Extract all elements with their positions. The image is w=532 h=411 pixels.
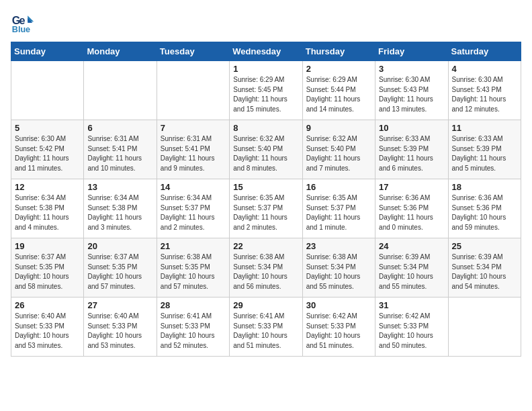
calendar-cell: 30Sunrise: 6:42 AM Sunset: 5:33 PM Dayli… [302, 298, 375, 357]
calendar-cell: 26Sunrise: 6:40 AM Sunset: 5:33 PM Dayli… [11, 298, 84, 357]
day-info: Sunrise: 6:30 AM Sunset: 5:43 PM Dayligh… [452, 75, 517, 114]
day-number: 4 [452, 64, 517, 74]
day-info: Sunrise: 6:40 AM Sunset: 5:33 PM Dayligh… [87, 312, 152, 351]
day-info: Sunrise: 6:32 AM Sunset: 5:40 PM Dayligh… [233, 134, 298, 173]
day-info: Sunrise: 6:38 AM Sunset: 5:34 PM Dayligh… [306, 253, 371, 291]
calendar-cell: 18Sunrise: 6:36 AM Sunset: 5:36 PM Dayli… [448, 179, 521, 238]
day-info: Sunrise: 6:34 AM Sunset: 5:38 PM Dayligh… [15, 193, 80, 232]
day-info: Sunrise: 6:39 AM Sunset: 5:34 PM Dayligh… [452, 253, 517, 291]
day-number: 30 [306, 300, 371, 310]
day-number: 18 [452, 182, 517, 192]
day-info: Sunrise: 6:34 AM Sunset: 5:38 PM Dayligh… [87, 193, 152, 232]
svg-text:e: e [19, 14, 26, 26]
day-info: Sunrise: 6:31 AM Sunset: 5:41 PM Dayligh… [161, 134, 226, 173]
day-number: 27 [87, 300, 152, 310]
calendar-cell: 2Sunrise: 6:29 AM Sunset: 5:44 PM Daylig… [302, 61, 375, 120]
day-number: 31 [379, 300, 444, 310]
day-info: Sunrise: 6:38 AM Sunset: 5:34 PM Dayligh… [233, 253, 298, 291]
day-number: 12 [15, 182, 80, 192]
calendar-cell: 8Sunrise: 6:32 AM Sunset: 5:40 PM Daylig… [230, 120, 302, 179]
day-number: 25 [452, 241, 517, 251]
day-number: 14 [161, 182, 226, 192]
day-number: 16 [306, 182, 371, 192]
day-number: 10 [379, 123, 444, 133]
day-number: 22 [233, 241, 298, 251]
weekday-header-monday: Monday [84, 42, 157, 61]
calendar-cell: 3Sunrise: 6:30 AM Sunset: 5:43 PM Daylig… [375, 61, 448, 120]
day-info: Sunrise: 6:29 AM Sunset: 5:44 PM Dayligh… [306, 75, 371, 114]
day-number: 7 [161, 123, 226, 133]
calendar-cell: 25Sunrise: 6:39 AM Sunset: 5:34 PM Dayli… [448, 238, 521, 298]
weekday-header-tuesday: Tuesday [157, 42, 229, 61]
calendar-week-1: 1Sunrise: 6:29 AM Sunset: 5:45 PM Daylig… [11, 61, 521, 120]
logo-icon: G e Blue [11, 11, 35, 35]
calendar-cell: 9Sunrise: 6:32 AM Sunset: 5:40 PM Daylig… [302, 120, 375, 179]
day-info: Sunrise: 6:30 AM Sunset: 5:43 PM Dayligh… [379, 75, 444, 114]
calendar-cell [157, 61, 229, 120]
day-number: 11 [452, 123, 517, 133]
page-header: G e Blue [11, 11, 521, 35]
calendar-cell: 14Sunrise: 6:34 AM Sunset: 5:37 PM Dayli… [157, 179, 229, 238]
svg-text:Blue: Blue [12, 25, 30, 34]
calendar-cell: 15Sunrise: 6:35 AM Sunset: 5:37 PM Dayli… [230, 179, 302, 238]
day-info: Sunrise: 6:35 AM Sunset: 5:37 PM Dayligh… [306, 193, 371, 232]
logo: G e Blue [11, 11, 38, 35]
day-number: 29 [233, 300, 298, 310]
day-info: Sunrise: 6:30 AM Sunset: 5:42 PM Dayligh… [15, 134, 80, 173]
day-number: 2 [306, 64, 371, 74]
day-number: 6 [87, 123, 152, 133]
day-number: 9 [306, 123, 371, 133]
calendar-cell: 31Sunrise: 6:42 AM Sunset: 5:33 PM Dayli… [375, 298, 448, 357]
day-info: Sunrise: 6:40 AM Sunset: 5:33 PM Dayligh… [15, 312, 80, 351]
day-info: Sunrise: 6:29 AM Sunset: 5:45 PM Dayligh… [233, 75, 298, 114]
day-info: Sunrise: 6:33 AM Sunset: 5:39 PM Dayligh… [379, 134, 444, 173]
day-number: 20 [87, 241, 152, 251]
day-number: 23 [306, 241, 371, 251]
day-info: Sunrise: 6:36 AM Sunset: 5:36 PM Dayligh… [379, 193, 444, 232]
calendar-cell: 19Sunrise: 6:37 AM Sunset: 5:35 PM Dayli… [11, 238, 84, 298]
weekday-header-thursday: Thursday [302, 42, 375, 61]
calendar-cell [84, 61, 157, 120]
weekday-header-sunday: Sunday [11, 42, 84, 61]
calendar-cell: 5Sunrise: 6:30 AM Sunset: 5:42 PM Daylig… [11, 120, 84, 179]
day-number: 5 [15, 123, 80, 133]
calendar-cell: 17Sunrise: 6:36 AM Sunset: 5:36 PM Dayli… [375, 179, 448, 238]
calendar-cell: 4Sunrise: 6:30 AM Sunset: 5:43 PM Daylig… [448, 61, 521, 120]
calendar-week-2: 5Sunrise: 6:30 AM Sunset: 5:42 PM Daylig… [11, 120, 521, 179]
calendar-cell: 27Sunrise: 6:40 AM Sunset: 5:33 PM Dayli… [84, 298, 157, 357]
day-number: 26 [15, 300, 80, 310]
weekday-header-wednesday: Wednesday [230, 42, 302, 61]
calendar-cell: 6Sunrise: 6:31 AM Sunset: 5:41 PM Daylig… [84, 120, 157, 179]
calendar-cell: 7Sunrise: 6:31 AM Sunset: 5:41 PM Daylig… [157, 120, 229, 179]
day-number: 17 [379, 182, 444, 192]
day-number: 28 [161, 300, 226, 310]
calendar-cell: 20Sunrise: 6:37 AM Sunset: 5:35 PM Dayli… [84, 238, 157, 298]
day-info: Sunrise: 6:36 AM Sunset: 5:36 PM Dayligh… [452, 193, 517, 232]
day-info: Sunrise: 6:31 AM Sunset: 5:41 PM Dayligh… [87, 134, 152, 173]
calendar-cell: 11Sunrise: 6:33 AM Sunset: 5:39 PM Dayli… [448, 120, 521, 179]
calendar-cell: 21Sunrise: 6:38 AM Sunset: 5:35 PM Dayli… [157, 238, 229, 298]
calendar-cell [11, 61, 84, 120]
calendar-cell: 16Sunrise: 6:35 AM Sunset: 5:37 PM Dayli… [302, 179, 375, 238]
day-info: Sunrise: 6:32 AM Sunset: 5:40 PM Dayligh… [306, 134, 371, 173]
day-number: 1 [233, 64, 298, 74]
day-number: 13 [87, 182, 152, 192]
day-number: 24 [379, 241, 444, 251]
calendar-cell [448, 298, 521, 357]
day-info: Sunrise: 6:34 AM Sunset: 5:37 PM Dayligh… [161, 193, 226, 232]
day-info: Sunrise: 6:38 AM Sunset: 5:35 PM Dayligh… [161, 253, 226, 291]
day-info: Sunrise: 6:37 AM Sunset: 5:35 PM Dayligh… [15, 253, 80, 291]
day-number: 21 [161, 241, 226, 251]
calendar-cell: 13Sunrise: 6:34 AM Sunset: 5:38 PM Dayli… [84, 179, 157, 238]
day-number: 3 [379, 64, 444, 74]
calendar-cell: 10Sunrise: 6:33 AM Sunset: 5:39 PM Dayli… [375, 120, 448, 179]
calendar-cell: 12Sunrise: 6:34 AM Sunset: 5:38 PM Dayli… [11, 179, 84, 238]
day-info: Sunrise: 6:42 AM Sunset: 5:33 PM Dayligh… [306, 312, 371, 351]
calendar-cell: 24Sunrise: 6:39 AM Sunset: 5:34 PM Dayli… [375, 238, 448, 298]
weekday-header-saturday: Saturday [448, 42, 521, 61]
day-info: Sunrise: 6:35 AM Sunset: 5:37 PM Dayligh… [233, 193, 298, 232]
calendar-table: SundayMondayTuesdayWednesdayThursdayFrid… [11, 42, 521, 357]
day-info: Sunrise: 6:39 AM Sunset: 5:34 PM Dayligh… [379, 253, 444, 291]
weekday-header-friday: Friday [375, 42, 448, 61]
day-info: Sunrise: 6:41 AM Sunset: 5:33 PM Dayligh… [233, 312, 298, 351]
